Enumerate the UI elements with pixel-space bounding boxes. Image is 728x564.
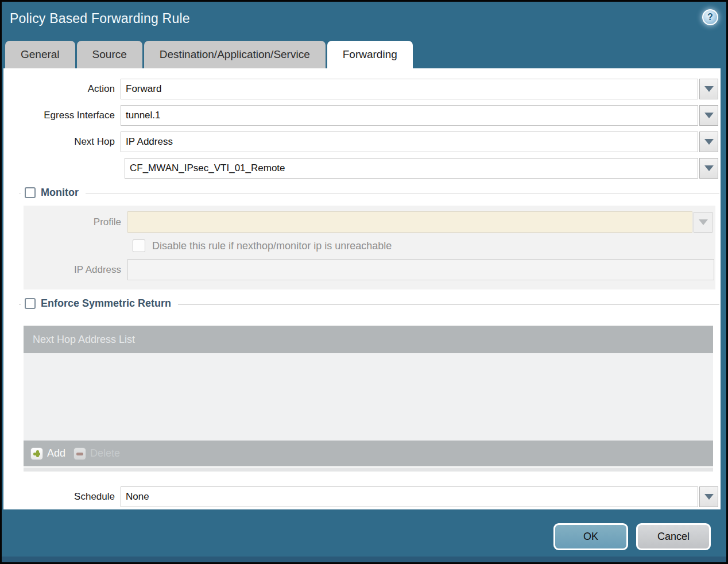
dropdown-arrow-icon <box>704 113 714 118</box>
schedule-row: Schedule None <box>3 486 718 507</box>
tab-forwarding-label: Forwarding <box>343 48 397 61</box>
egress-interface-row: Egress Interface tunnel.1 <box>3 105 718 126</box>
tab-forwarding[interactable]: Forwarding <box>327 41 413 68</box>
dropdown-arrow-icon <box>699 219 708 225</box>
enforce-symmetric-return-fieldset: Enforce Symmetric Return Next Hop Addres… <box>19 304 719 472</box>
next-hop-address-list-grid: Next Hop Address List Add Delete <box>24 326 713 466</box>
next-hop-address-list-header-label: Next Hop Address List <box>33 334 135 346</box>
next-hop-label: Next Hop <box>3 136 121 148</box>
tab-source[interactable]: Source <box>77 41 142 68</box>
help-glyph: ? <box>707 12 713 22</box>
tab-general-label: General <box>21 48 60 61</box>
monitor-disable-rule-row: Disable this rule if nexthop/monitor ip … <box>133 239 715 252</box>
tab-bar: General Source Destination/Application/S… <box>5 37 726 68</box>
action-select[interactable]: Forward <box>121 79 698 99</box>
monitor-ip-address-input <box>127 259 714 280</box>
dropdown-arrow-icon <box>704 494 714 500</box>
policy-based-forwarding-rule-dialog: Policy Based Forwarding Rule ? General S… <box>0 0 728 564</box>
monitor-ip-address-row: IP Address <box>24 259 714 280</box>
monitor-panel: Profile Disable this rule if nexthop/mon… <box>24 206 715 289</box>
tab-destination-label: Destination/Application/Service <box>160 48 310 61</box>
next-hop-type-dropdown-trigger[interactable] <box>699 132 718 152</box>
monitor-profile-select <box>127 211 692 233</box>
grid-bottom-strip <box>24 468 713 472</box>
monitor-profile-row: Profile <box>24 211 714 233</box>
egress-interface-dropdown-trigger[interactable] <box>699 105 718 126</box>
dialog-title-bar: Policy Based Forwarding Rule <box>2 2 726 35</box>
enforce-symmetric-return-checkbox[interactable] <box>25 298 36 309</box>
next-hop-address-select[interactable]: CF_MWAN_IPsec_VTI_01_Remote <box>125 158 698 179</box>
grid-footer-toolbar: Add Delete <box>24 441 713 466</box>
monitor-checkbox[interactable] <box>25 187 36 198</box>
tab-source-label: Source <box>92 48 127 61</box>
disable-rule-label: Disable this rule if nexthop/monitor ip … <box>152 240 392 252</box>
forwarding-tab-panel: Action Forward Egress Interface tunnel.1… <box>3 68 721 509</box>
monitor-legend: Monitor <box>21 187 86 199</box>
egress-interface-label: Egress Interface <box>3 110 121 121</box>
enforce-symmetric-return-legend: Enforce Symmetric Return <box>21 298 178 310</box>
monitor-fieldset: Monitor Profile Disable this rule if nex… <box>19 194 719 289</box>
schedule-select[interactable]: None <box>121 486 698 507</box>
add-plus-icon <box>30 447 43 460</box>
dialog-footer: OK Cancel <box>553 523 711 550</box>
next-hop-row: Next Hop IP Address <box>3 132 718 152</box>
add-button-label: Add <box>47 447 65 459</box>
schedule-dropdown-trigger[interactable] <box>699 486 718 507</box>
monitor-legend-label: Monitor <box>41 187 79 199</box>
enforce-symmetric-return-label: Enforce Symmetric Return <box>41 298 171 310</box>
next-hop-type-select[interactable]: IP Address <box>121 132 698 152</box>
tab-destination-application-service[interactable]: Destination/Application/Service <box>144 41 326 68</box>
delete-button: Delete <box>73 447 120 460</box>
schedule-label: Schedule <box>3 491 121 503</box>
ok-button[interactable]: OK <box>553 523 628 550</box>
grid-body-empty[interactable] <box>24 353 713 441</box>
monitor-ip-address-label: IP Address <box>24 264 127 276</box>
action-label: Action <box>3 83 121 95</box>
monitor-profile-label: Profile <box>24 217 127 228</box>
disable-rule-checkbox <box>133 239 145 252</box>
dialog-title: Policy Based Forwarding Rule <box>10 11 190 26</box>
delete-button-label: Delete <box>90 447 120 459</box>
action-dropdown-trigger[interactable] <box>699 79 718 99</box>
bottom-accent-strip <box>2 557 726 562</box>
dropdown-arrow-icon <box>704 165 714 171</box>
grid-column-header: Next Hop Address List <box>24 326 713 353</box>
tab-general[interactable]: General <box>5 41 75 68</box>
action-row: Action Forward <box>3 79 718 99</box>
delete-minus-icon <box>73 447 86 460</box>
cancel-button[interactable]: Cancel <box>636 523 711 550</box>
egress-interface-select[interactable]: tunnel.1 <box>121 105 698 126</box>
monitor-profile-dropdown-trigger <box>694 212 712 233</box>
next-hop-address-dropdown-trigger[interactable] <box>699 158 718 179</box>
add-button[interactable]: Add <box>30 447 65 460</box>
help-icon[interactable]: ? <box>702 9 718 25</box>
dropdown-arrow-icon <box>704 86 714 92</box>
next-hop-address-row: CF_MWAN_IPsec_VTI_01_Remote <box>3 158 718 179</box>
dropdown-arrow-icon <box>704 139 714 145</box>
